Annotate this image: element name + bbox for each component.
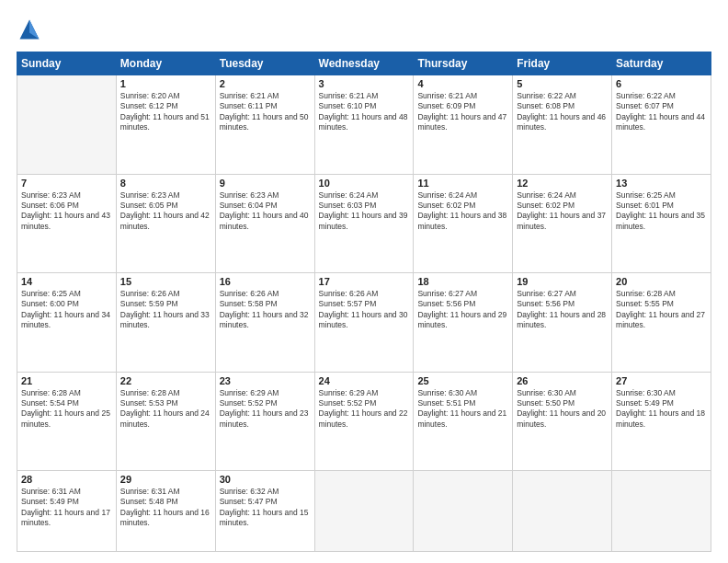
day-number: 15 bbox=[120, 276, 211, 287]
day-detail: Sunrise: 6:24 AMSunset: 6:02 PMDaylight:… bbox=[517, 190, 608, 233]
day-detail: Sunrise: 6:28 AMSunset: 5:55 PMDaylight:… bbox=[616, 289, 707, 331]
day-detail: Sunrise: 6:28 AMSunset: 5:54 PMDaylight:… bbox=[21, 388, 112, 431]
day-number: 28 bbox=[21, 474, 112, 485]
day-detail: Sunrise: 6:21 AMSunset: 6:09 PMDaylight:… bbox=[417, 91, 508, 133]
calendar-cell: 4Sunrise: 6:21 AMSunset: 6:09 PMDaylight… bbox=[414, 75, 513, 175]
calendar-cell: 28Sunrise: 6:31 AMSunset: 5:49 PMDayligh… bbox=[17, 471, 117, 552]
calendar-cell: 13Sunrise: 6:25 AMSunset: 6:01 PMDayligh… bbox=[612, 174, 711, 273]
weekday-header-monday: Monday bbox=[116, 52, 215, 75]
day-detail: Sunrise: 6:26 AMSunset: 5:58 PMDaylight:… bbox=[220, 289, 311, 331]
day-detail: Sunrise: 6:30 AMSunset: 5:49 PMDaylight:… bbox=[616, 388, 707, 431]
day-detail: Sunrise: 6:31 AMSunset: 5:49 PMDaylight:… bbox=[21, 487, 112, 529]
calendar-cell: 9Sunrise: 6:23 AMSunset: 6:04 PMDaylight… bbox=[215, 174, 314, 273]
calendar-cell: 26Sunrise: 6:30 AMSunset: 5:50 PMDayligh… bbox=[513, 372, 612, 471]
day-number: 24 bbox=[319, 375, 410, 386]
calendar-cell: 11Sunrise: 6:24 AMSunset: 6:02 PMDayligh… bbox=[414, 174, 513, 273]
calendar-cell: 18Sunrise: 6:27 AMSunset: 5:56 PMDayligh… bbox=[414, 273, 513, 373]
day-number: 13 bbox=[616, 178, 707, 189]
day-detail: Sunrise: 6:21 AMSunset: 6:10 PMDaylight:… bbox=[319, 91, 410, 133]
day-number: 22 bbox=[120, 375, 211, 386]
weekday-header-friday: Friday bbox=[513, 52, 612, 75]
calendar-cell: 5Sunrise: 6:22 AMSunset: 6:08 PMDaylight… bbox=[513, 75, 612, 175]
calendar-cell: 3Sunrise: 6:21 AMSunset: 6:10 PMDaylight… bbox=[314, 75, 414, 175]
day-number: 11 bbox=[417, 178, 508, 189]
day-detail: Sunrise: 6:25 AMSunset: 6:00 PMDaylight:… bbox=[21, 289, 112, 331]
weekday-header-thursday: Thursday bbox=[414, 52, 513, 75]
calendar-cell: 19Sunrise: 6:27 AMSunset: 5:56 PMDayligh… bbox=[513, 273, 612, 373]
day-detail: Sunrise: 6:30 AMSunset: 5:50 PMDaylight:… bbox=[517, 388, 608, 431]
day-detail: Sunrise: 6:26 AMSunset: 5:59 PMDaylight:… bbox=[120, 289, 211, 331]
day-detail: Sunrise: 6:26 AMSunset: 5:57 PMDaylight:… bbox=[319, 289, 410, 331]
week-row-4: 21Sunrise: 6:28 AMSunset: 5:54 PMDayligh… bbox=[17, 372, 711, 471]
day-number: 6 bbox=[616, 78, 707, 89]
day-number: 16 bbox=[220, 276, 311, 287]
week-row-1: 1Sunrise: 6:20 AMSunset: 6:12 PMDaylight… bbox=[17, 75, 711, 175]
day-number: 4 bbox=[417, 78, 508, 89]
calendar-cell: 24Sunrise: 6:29 AMSunset: 5:52 PMDayligh… bbox=[314, 372, 414, 471]
day-detail: Sunrise: 6:22 AMSunset: 6:07 PMDaylight:… bbox=[616, 91, 707, 133]
day-detail: Sunrise: 6:20 AMSunset: 6:12 PMDaylight:… bbox=[120, 91, 211, 133]
page: SundayMondayTuesdayWednesdayThursdayFrid… bbox=[0, 0, 728, 563]
day-detail: Sunrise: 6:27 AMSunset: 5:56 PMDaylight:… bbox=[417, 289, 508, 331]
calendar-cell: 27Sunrise: 6:30 AMSunset: 5:49 PMDayligh… bbox=[612, 372, 711, 471]
calendar-cell: 22Sunrise: 6:28 AMSunset: 5:53 PMDayligh… bbox=[116, 372, 215, 471]
calendar-cell: 17Sunrise: 6:26 AMSunset: 5:57 PMDayligh… bbox=[314, 273, 414, 373]
day-number: 5 bbox=[517, 78, 608, 89]
day-detail: Sunrise: 6:23 AMSunset: 6:04 PMDaylight:… bbox=[220, 190, 311, 233]
day-detail: Sunrise: 6:27 AMSunset: 5:56 PMDaylight:… bbox=[517, 289, 608, 331]
calendar-cell: 25Sunrise: 6:30 AMSunset: 5:51 PMDayligh… bbox=[414, 372, 513, 471]
day-detail: Sunrise: 6:24 AMSunset: 6:02 PMDaylight:… bbox=[417, 190, 508, 233]
day-number: 2 bbox=[220, 78, 311, 89]
day-number: 19 bbox=[517, 276, 608, 287]
day-number: 25 bbox=[417, 375, 508, 386]
day-detail: Sunrise: 6:23 AMSunset: 6:06 PMDaylight:… bbox=[21, 190, 112, 233]
day-number: 7 bbox=[21, 178, 112, 189]
logo bbox=[17, 17, 46, 42]
day-detail: Sunrise: 6:25 AMSunset: 6:01 PMDaylight:… bbox=[616, 190, 707, 233]
calendar-cell: 23Sunrise: 6:29 AMSunset: 5:52 PMDayligh… bbox=[215, 372, 314, 471]
calendar-cell bbox=[17, 75, 117, 175]
calendar-cell: 16Sunrise: 6:26 AMSunset: 5:58 PMDayligh… bbox=[215, 273, 314, 373]
calendar-cell: 20Sunrise: 6:28 AMSunset: 5:55 PMDayligh… bbox=[612, 273, 711, 373]
calendar-cell: 21Sunrise: 6:28 AMSunset: 5:54 PMDayligh… bbox=[17, 372, 117, 471]
calendar-cell: 8Sunrise: 6:23 AMSunset: 6:05 PMDaylight… bbox=[116, 174, 215, 273]
day-number: 1 bbox=[120, 78, 211, 89]
week-row-5: 28Sunrise: 6:31 AMSunset: 5:49 PMDayligh… bbox=[17, 471, 711, 552]
day-number: 12 bbox=[517, 178, 608, 189]
weekday-header-sunday: Sunday bbox=[17, 52, 117, 75]
day-detail: Sunrise: 6:29 AMSunset: 5:52 PMDaylight:… bbox=[319, 388, 410, 431]
day-number: 30 bbox=[220, 474, 311, 485]
day-number: 23 bbox=[220, 375, 311, 386]
header bbox=[17, 17, 711, 42]
weekday-header-saturday: Saturday bbox=[612, 52, 711, 75]
day-detail: Sunrise: 6:21 AMSunset: 6:11 PMDaylight:… bbox=[220, 91, 311, 133]
weekday-header-wednesday: Wednesday bbox=[314, 52, 414, 75]
day-number: 26 bbox=[517, 375, 608, 386]
day-detail: Sunrise: 6:31 AMSunset: 5:48 PMDaylight:… bbox=[120, 487, 211, 529]
day-number: 18 bbox=[417, 276, 508, 287]
calendar-cell bbox=[513, 471, 612, 552]
day-detail: Sunrise: 6:28 AMSunset: 5:53 PMDaylight:… bbox=[120, 388, 211, 431]
day-number: 21 bbox=[21, 375, 112, 386]
calendar-cell bbox=[612, 471, 711, 552]
day-number: 17 bbox=[319, 276, 410, 287]
calendar-cell: 30Sunrise: 6:32 AMSunset: 5:47 PMDayligh… bbox=[215, 471, 314, 552]
calendar-cell: 10Sunrise: 6:24 AMSunset: 6:03 PMDayligh… bbox=[314, 174, 414, 273]
day-detail: Sunrise: 6:29 AMSunset: 5:52 PMDaylight:… bbox=[220, 388, 311, 431]
calendar-cell: 7Sunrise: 6:23 AMSunset: 6:06 PMDaylight… bbox=[17, 174, 117, 273]
calendar-cell: 2Sunrise: 6:21 AMSunset: 6:11 PMDaylight… bbox=[215, 75, 314, 175]
calendar-cell: 12Sunrise: 6:24 AMSunset: 6:02 PMDayligh… bbox=[513, 174, 612, 273]
day-number: 27 bbox=[616, 375, 707, 386]
week-row-2: 7Sunrise: 6:23 AMSunset: 6:06 PMDaylight… bbox=[17, 174, 711, 273]
calendar-cell bbox=[314, 471, 414, 552]
day-number: 3 bbox=[319, 78, 410, 89]
calendar-cell: 14Sunrise: 6:25 AMSunset: 6:00 PMDayligh… bbox=[17, 273, 117, 373]
day-detail: Sunrise: 6:24 AMSunset: 6:03 PMDaylight:… bbox=[319, 190, 410, 233]
day-detail: Sunrise: 6:22 AMSunset: 6:08 PMDaylight:… bbox=[517, 91, 608, 133]
day-detail: Sunrise: 6:23 AMSunset: 6:05 PMDaylight:… bbox=[120, 190, 211, 233]
calendar-cell: 29Sunrise: 6:31 AMSunset: 5:48 PMDayligh… bbox=[116, 471, 215, 552]
day-number: 20 bbox=[616, 276, 707, 287]
day-number: 8 bbox=[120, 178, 211, 189]
day-detail: Sunrise: 6:32 AMSunset: 5:47 PMDaylight:… bbox=[220, 487, 311, 529]
calendar-table: SundayMondayTuesdayWednesdayThursdayFrid… bbox=[17, 52, 711, 552]
